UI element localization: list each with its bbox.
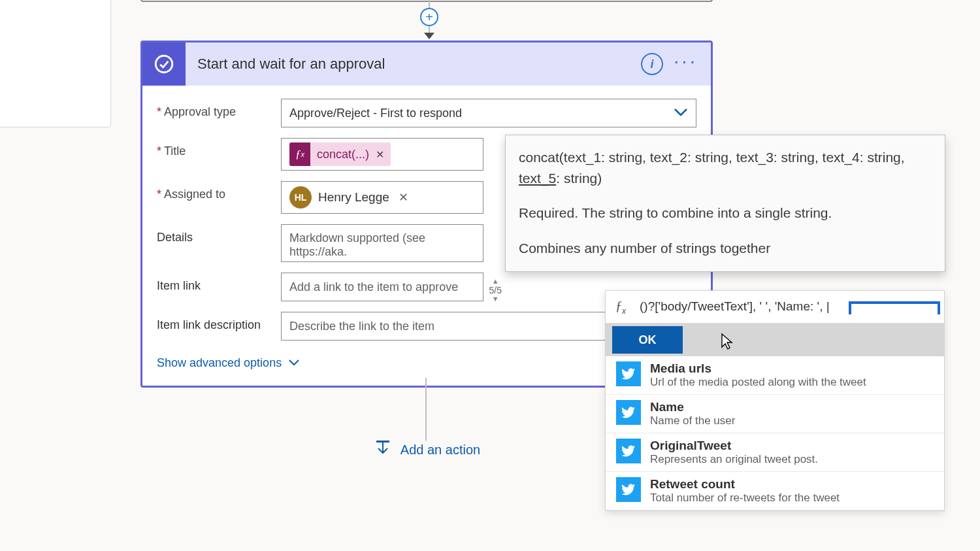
card-header[interactable]: Start and wait for an approval i ··· (142, 42, 711, 86)
title-label: *Title (157, 138, 281, 158)
twitter-icon (616, 400, 641, 425)
fx-icon: ƒx (606, 299, 636, 316)
twitter-icon (616, 361, 641, 386)
title-input[interactable]: ƒx concat(...) ✕ (281, 138, 483, 171)
arrow-down-icon (424, 33, 434, 39)
assigned-to-label: *Assigned to (157, 181, 281, 201)
param-description: Required. The string to combine into a s… (519, 203, 933, 224)
left-panel-edge (0, 0, 111, 127)
approval-type-select[interactable]: Approve/Reject - First to respond (281, 99, 696, 127)
dynamic-content-item[interactable]: OriginalTweet Represents an original twe… (606, 433, 944, 472)
input-counter: ▲ 5/5 ▼ (489, 278, 502, 303)
more-menu-icon[interactable]: ··· (674, 61, 698, 67)
chevron-down-icon (288, 358, 300, 369)
cursor-icon (721, 333, 734, 352)
step-up-icon[interactable]: ▲ (492, 278, 499, 285)
person-token[interactable]: HL Henry Legge ✕ (289, 184, 408, 210)
connector: + (423, 0, 436, 39)
fx-icon: ƒx (289, 142, 310, 166)
add-action-button[interactable]: Add an action (373, 439, 480, 461)
dynamic-item-desc: Represents an original tweet post. (650, 453, 818, 466)
svg-rect-1 (376, 441, 389, 442)
card-title: Start and wait for an approval (186, 56, 641, 73)
details-label: Details (157, 224, 281, 244)
expression-panel: ƒx ()?['body/TweetText'], ' ', 'Name: ',… (605, 290, 945, 511)
twitter-icon (616, 439, 641, 463)
dynamic-content-list: Media urls Url of the media posted along… (606, 356, 944, 510)
add-action-icon (373, 439, 393, 461)
highlight-box (849, 301, 940, 314)
remove-person-icon[interactable]: ✕ (399, 190, 408, 205)
approval-type-label: *Approval type (157, 99, 281, 119)
show-advanced-link[interactable]: Show advanced options (157, 356, 300, 370)
details-input[interactable]: Markdown supported (see https://aka. (281, 224, 483, 262)
dynamic-content-item[interactable]: Name Name of the user (606, 395, 944, 433)
ok-button[interactable]: OK (612, 326, 683, 354)
info-icon[interactable]: i (641, 53, 663, 75)
dynamic-item-title: Name (650, 400, 735, 414)
add-step-button[interactable]: + (420, 8, 438, 26)
dynamic-item-desc: Name of the user (650, 414, 735, 427)
assigned-to-input[interactable]: HL Henry Legge ✕ (281, 181, 483, 214)
dynamic-item-title: Retweet count (650, 477, 840, 492)
dynamic-item-title: Media urls (650, 361, 866, 376)
item-link-input[interactable]: Add a link to the item to approve (281, 273, 483, 301)
twitter-icon (616, 477, 641, 502)
expression-input[interactable]: ()?['body/TweetText'], ' ', 'Name: ', | (636, 299, 944, 314)
item-link-label: Item link (157, 273, 281, 293)
chevron-down-icon (674, 107, 688, 120)
avatar: HL (289, 186, 312, 209)
step-down-icon[interactable]: ▼ (492, 295, 499, 303)
item-link-desc-label: Item link description (157, 312, 281, 332)
dynamic-item-desc: Total number of re-tweets for the tweet (650, 492, 840, 505)
dynamic-content-item[interactable]: Media urls Url of the media posted along… (606, 356, 944, 395)
dynamic-item-desc: Url of the media posted along with the t… (650, 376, 866, 389)
intellisense-tooltip: concat(text_1: string, text_2: string, t… (505, 135, 945, 272)
svg-point-0 (155, 56, 172, 73)
remove-token-icon[interactable]: ✕ (376, 148, 384, 161)
dynamic-item-title: OriginalTweet (650, 439, 818, 453)
dynamic-content-item[interactable]: Retweet count Total number of re-tweets … (606, 472, 944, 510)
function-signature: concat(text_1: string, text_2: string, t… (519, 147, 933, 188)
approval-icon (142, 42, 186, 86)
connector-line (425, 378, 427, 441)
expression-token[interactable]: ƒx concat(...) ✕ (289, 142, 391, 166)
approval-type-row: *Approval type Approve/Reject - First to… (157, 99, 696, 127)
function-description: Combines any number of strings together (519, 238, 933, 259)
